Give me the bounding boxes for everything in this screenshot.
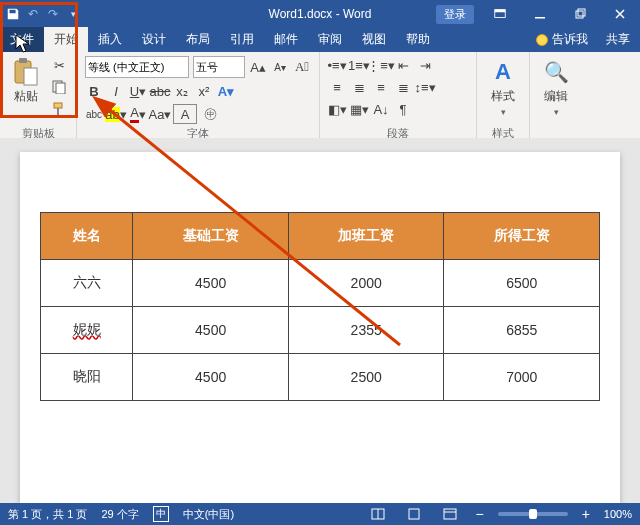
table-cell[interactable]: 2500 — [288, 354, 444, 401]
clear-format-icon[interactable]: Aͯ — [293, 58, 311, 76]
show-marks-icon[interactable]: ¶ — [394, 100, 412, 118]
table-cell[interactable]: 晓阳 — [41, 354, 133, 401]
tab-layout[interactable]: 布局 — [176, 27, 220, 52]
svg-rect-14 — [409, 509, 419, 519]
share-button[interactable]: 共享 — [596, 27, 640, 52]
table-cell[interactable]: 4500 — [133, 260, 289, 307]
editing-button[interactable]: 🔍 编辑 ▾ — [538, 56, 574, 119]
tab-view[interactable]: 视图 — [352, 27, 396, 52]
tell-me-label: 告诉我 — [552, 31, 588, 48]
tell-me[interactable]: 告诉我 — [528, 27, 596, 52]
undo-icon[interactable]: ↶ — [26, 7, 40, 21]
restore-button[interactable] — [560, 0, 600, 28]
qat-more-icon[interactable]: ▾ — [66, 7, 80, 21]
align-right-icon[interactable]: ≡ — [372, 78, 390, 96]
tab-review[interactable]: 审阅 — [308, 27, 352, 52]
word-count[interactable]: 29 个字 — [101, 507, 138, 522]
phonetic-icon[interactable]: abc — [85, 105, 103, 123]
document-area[interactable]: 姓名基础工资加班工资所得工资 六六450020006500妮妮450023556… — [0, 138, 640, 503]
read-mode-icon[interactable] — [367, 506, 389, 522]
subscript-icon[interactable]: x₂ — [173, 82, 191, 100]
char-border-icon[interactable]: A — [173, 104, 197, 124]
underline-icon[interactable]: U▾ — [129, 82, 147, 100]
tab-mailings[interactable]: 邮件 — [264, 27, 308, 52]
tab-help[interactable]: 帮助 — [396, 27, 440, 52]
text-effects-icon[interactable]: A▾ — [217, 82, 235, 100]
shrink-font-icon[interactable]: A▾ — [271, 58, 289, 76]
table-cell[interactable]: 6500 — [444, 260, 600, 307]
indent-left-icon[interactable]: ⇤ — [394, 56, 412, 74]
table-header[interactable]: 基础工资 — [133, 213, 289, 260]
lang-icon[interactable]: 中 — [153, 506, 169, 522]
tab-design[interactable]: 设计 — [132, 27, 176, 52]
table-cell[interactable]: 6855 — [444, 307, 600, 354]
grow-font-icon[interactable]: A▴ — [249, 58, 267, 76]
borders-icon[interactable]: ▦▾ — [350, 100, 368, 118]
font-name-combo[interactable] — [85, 56, 189, 78]
enclose-icon[interactable]: ㊥ — [201, 105, 219, 123]
multilevel-icon[interactable]: ⋮≡▾ — [372, 56, 390, 74]
zoom-slider[interactable] — [498, 512, 568, 516]
web-layout-icon[interactable] — [439, 506, 461, 522]
format-painter-icon[interactable] — [50, 100, 68, 118]
styles-icon: A — [489, 58, 517, 86]
table-cell[interactable]: 4500 — [133, 354, 289, 401]
zoom-in[interactable]: + — [582, 506, 590, 522]
sort-icon[interactable]: A↓ — [372, 100, 390, 118]
table-cell[interactable]: 妮妮 — [41, 307, 133, 354]
align-center-icon[interactable]: ≣ — [350, 78, 368, 96]
highlight-icon[interactable]: ab▾ — [107, 105, 125, 123]
strike-icon[interactable]: abc — [151, 82, 169, 100]
table-row[interactable]: 六六450020006500 — [41, 260, 600, 307]
zoom-out[interactable]: − — [475, 506, 483, 522]
zoom-level[interactable]: 100% — [604, 508, 632, 520]
tab-references[interactable]: 引用 — [220, 27, 264, 52]
print-layout-icon[interactable] — [403, 506, 425, 522]
table-header[interactable]: 加班工资 — [288, 213, 444, 260]
table-row[interactable]: 晓阳450025007000 — [41, 354, 600, 401]
cursor-icon — [15, 34, 31, 54]
table-cell[interactable]: 4500 — [133, 307, 289, 354]
align-left-icon[interactable]: ≡ — [328, 78, 346, 96]
table-cell[interactable]: 7000 — [444, 354, 600, 401]
indent-right-icon[interactable]: ⇥ — [416, 56, 434, 74]
tab-home[interactable]: 开始 — [44, 27, 88, 52]
svg-rect-3 — [576, 11, 583, 18]
svg-rect-4 — [578, 9, 585, 16]
save-icon[interactable] — [6, 7, 20, 21]
italic-icon[interactable]: I — [107, 82, 125, 100]
table-header[interactable]: 姓名 — [41, 213, 133, 260]
justify-icon[interactable]: ≣ — [394, 78, 412, 96]
group-styles: A 样式 ▾ 样式 — [477, 52, 530, 143]
table-row[interactable]: 妮妮450023556855 — [41, 307, 600, 354]
language[interactable]: 中文(中国) — [183, 507, 234, 522]
superscript-icon[interactable]: x² — [195, 82, 213, 100]
table-cell[interactable]: 六六 — [41, 260, 133, 307]
login-button[interactable]: 登录 — [436, 5, 474, 24]
svg-rect-2 — [535, 17, 545, 19]
table-cell[interactable]: 2355 — [288, 307, 444, 354]
cut-icon[interactable]: ✂ — [50, 56, 68, 74]
minimize-button[interactable] — [520, 0, 560, 28]
paste-button[interactable]: 粘贴 — [8, 56, 44, 118]
svg-rect-6 — [19, 58, 27, 63]
copy-icon[interactable] — [50, 78, 68, 96]
table-header[interactable]: 所得工资 — [444, 213, 600, 260]
close-button[interactable] — [600, 0, 640, 28]
redo-icon[interactable]: ↷ — [46, 7, 60, 21]
shading-icon[interactable]: ◧▾ — [328, 100, 346, 118]
font-size-combo[interactable] — [193, 56, 245, 78]
page-count[interactable]: 第 1 页，共 1 页 — [8, 507, 87, 522]
font-color-icon[interactable]: A▾ — [129, 105, 147, 123]
tab-insert[interactable]: 插入 — [88, 27, 132, 52]
bold-icon[interactable]: B — [85, 82, 103, 100]
bullets-icon[interactable]: •≡▾ — [328, 56, 346, 74]
salary-table[interactable]: 姓名基础工资加班工资所得工资 六六450020006500妮妮450023556… — [40, 212, 600, 401]
line-spacing-icon[interactable]: ↕≡▾ — [416, 78, 434, 96]
ribbon-options-icon[interactable] — [480, 0, 520, 28]
numbering-icon[interactable]: 1≡▾ — [350, 56, 368, 74]
styles-button[interactable]: A 样式 ▾ — [485, 56, 521, 119]
page: 姓名基础工资加班工资所得工资 六六450020006500妮妮450023556… — [20, 152, 620, 503]
change-case-icon[interactable]: Aa▾ — [151, 105, 169, 123]
table-cell[interactable]: 2000 — [288, 260, 444, 307]
